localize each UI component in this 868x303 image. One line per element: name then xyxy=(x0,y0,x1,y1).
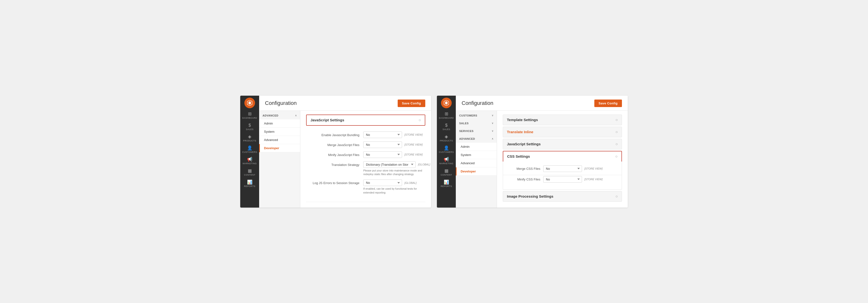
image-processing-title: Image Processing Settings xyxy=(507,194,553,199)
panel-1: ⊞ DASHBOARD $ SALES ◈ PRODUCTS 👤 CUSTOME… xyxy=(240,96,431,208)
left-nav-item-system-2[interactable]: System xyxy=(456,151,497,159)
form-control-merge: No Yes [STORE VIEW] xyxy=(363,142,423,148)
left-nav-header-advanced-2[interactable]: ADVANCED ∧ xyxy=(456,135,497,143)
main-content-2: Configuration Save Config CUSTOMERS ∨ SA… xyxy=(456,96,628,208)
sidebar-item-sales-2[interactable]: $ SALES xyxy=(437,121,456,132)
template-settings-header[interactable]: Template Settings ○ xyxy=(503,115,622,125)
javascript-settings-title: JavaScript Settings xyxy=(310,118,344,122)
left-nav-section-label-advanced: ADVANCED xyxy=(262,114,279,117)
dashboard-icon-2: ⊞ xyxy=(445,112,448,116)
javascript-settings-header[interactable]: JavaScript Settings ○ xyxy=(306,115,425,126)
marketing-icon-2: 📢 xyxy=(444,157,449,161)
sales-icon-2: $ xyxy=(445,123,447,127)
template-settings-title: Template Settings xyxy=(507,118,538,122)
form-control-translation: Dictionary (Translation on Stor [GLOBAL]… xyxy=(363,161,430,176)
css-minify-select[interactable]: No Yes xyxy=(543,176,582,183)
products-icon: ◈ xyxy=(248,134,251,139)
sidebar-1: ⊞ DASHBOARD $ SALES ◈ PRODUCTS 👤 CUSTOME… xyxy=(240,96,259,208)
left-nav-header-sales[interactable]: SALES ∨ xyxy=(456,119,497,127)
left-nav-header-services[interactable]: SERVICES ∨ xyxy=(456,127,497,135)
left-nav-items-advanced: Admin System Advanced Developer xyxy=(259,119,300,152)
css-merge-select[interactable]: No Yes xyxy=(543,165,582,172)
image-processing-collapse-icon: ○ xyxy=(615,194,618,199)
css-form-row-merge: Merge CSS Files No Yes [STORE VIEW] xyxy=(503,165,622,172)
chevron-down-icon-sales: ∨ xyxy=(492,122,494,124)
sidebar-item-dashboard-2[interactable]: ⊞ DASHBOARD xyxy=(437,110,456,121)
form-wrap-translation: Dictionary (Translation on Stor [GLOBAL] xyxy=(363,161,430,168)
chevron-down-icon-customers: ∨ xyxy=(492,114,494,117)
javascript-settings-collapse-icon-2: ○ xyxy=(615,142,618,146)
right-panel-1: JavaScript Settings ○ Enable Javascript … xyxy=(300,111,431,208)
sidebar-item-marketing[interactable]: 📢 MARKETING xyxy=(240,155,259,166)
form-row-bundling: Enable Javascript Bundling No Yes [STORE… xyxy=(306,131,425,138)
sidebar-label-sales: SALES xyxy=(246,128,254,130)
translate-inline-header[interactable]: Translate Inline ○ xyxy=(503,127,622,137)
dashboard-icon: ⊞ xyxy=(248,112,252,116)
css-control-minify: No Yes [STORE VIEW] xyxy=(543,176,602,183)
sidebar-label-products: PRODUCTS xyxy=(243,140,256,142)
minify-scope: [STORE VIEW] xyxy=(404,153,423,156)
reports-icon: 📊 xyxy=(247,180,252,184)
sidebar-label-sales-2: SALES xyxy=(442,128,450,130)
sidebar-item-sales[interactable]: $ SALES xyxy=(240,121,259,132)
log-errors-scope: [GLOBAL] xyxy=(404,181,416,184)
sidebar-item-customers-2[interactable]: 👤 CUSTOMERS xyxy=(437,144,456,155)
form-label-translation: Translation Strategy xyxy=(310,161,363,166)
sales-icon: $ xyxy=(248,123,251,127)
left-nav-section-sales: SALES ∨ xyxy=(456,119,497,127)
save-config-button-1[interactable]: Save Config xyxy=(398,99,425,107)
sidebar-item-reports[interactable]: 📊 REPORTS xyxy=(240,178,259,189)
sidebar-item-products[interactable]: ◈ PRODUCTS xyxy=(240,132,259,144)
sidebar-item-customers[interactable]: 👤 CUSTOMERS xyxy=(240,144,259,155)
translation-select[interactable]: Dictionary (Translation on Stor xyxy=(363,161,415,168)
sidebar-item-marketing-2[interactable]: 📢 MARKETING xyxy=(437,155,456,166)
form-wrap-merge: No Yes [STORE VIEW] xyxy=(363,142,423,148)
sidebar-item-dashboard[interactable]: ⊞ DASHBOARD xyxy=(240,110,259,121)
sidebar-item-reports-2[interactable]: 📊 REPORTS xyxy=(437,178,456,189)
save-config-button-2[interactable]: Save Config xyxy=(594,99,622,107)
left-nav-items-advanced-2: Admin System Advanced Developer xyxy=(456,143,497,176)
left-nav-header-customers[interactable]: CUSTOMERS ∨ xyxy=(456,112,497,119)
left-nav-item-system[interactable]: System xyxy=(259,128,300,136)
sidebar-label-customers-2: CUSTOMERS xyxy=(439,151,454,153)
sidebar-label-content-2: CONTENT xyxy=(441,174,452,176)
bundling-select[interactable]: No Yes xyxy=(363,131,402,138)
css-label-merge: Merge CSS Files xyxy=(507,167,543,171)
page-title-1: Configuration xyxy=(265,100,297,106)
left-nav-item-advanced[interactable]: Advanced xyxy=(259,136,300,144)
left-nav-header-advanced[interactable]: ADVANCED ∧ xyxy=(259,112,300,119)
form-row-translation: Translation Strategy Dictionary (Transla… xyxy=(306,161,425,176)
left-nav-item-developer-2[interactable]: Developer xyxy=(456,168,497,176)
sidebar-label-products-2: PRODUCTS xyxy=(440,140,453,142)
javascript-settings-title-2: JavaScript Settings xyxy=(507,142,540,146)
content-area-2: CUSTOMERS ∨ SALES ∨ SERVICES ∨ xyxy=(456,111,628,208)
sidebar-label-dashboard: DASHBOARD xyxy=(242,117,257,119)
minify-select[interactable]: No Yes xyxy=(363,151,402,158)
form-label-minify: Minify JavaScript Files xyxy=(310,151,363,157)
left-nav-item-developer[interactable]: Developer xyxy=(259,144,300,152)
javascript-settings-header-2[interactable]: JavaScript Settings ○ xyxy=(503,139,622,149)
content-icon-2: ▦ xyxy=(444,169,448,173)
panel-2: ⊞ DASHBOARD $ SALES ◈ PRODUCTS 👤 CUSTOME… xyxy=(437,96,628,208)
form-control-minify: No Yes [STORE VIEW] xyxy=(363,151,423,158)
merge-select[interactable]: No Yes xyxy=(363,142,402,148)
css-label-minify: Minify CSS Files xyxy=(507,178,543,181)
css-form-row-minify: Minify CSS Files No Yes [STORE VIEW] xyxy=(503,176,622,183)
sidebar-label-reports: REPORTS xyxy=(244,185,255,187)
left-nav-item-admin[interactable]: Admin xyxy=(259,119,300,128)
log-errors-select[interactable]: No Yes xyxy=(363,180,402,186)
customers-icon-2: 👤 xyxy=(444,146,449,150)
template-settings-collapse-icon: ○ xyxy=(615,118,618,122)
left-nav-item-advanced-2[interactable]: Advanced xyxy=(456,159,497,168)
css-settings-header[interactable]: CSS Settings ○ xyxy=(503,151,622,161)
form-label-merge: Merge JavaScript Files xyxy=(310,142,363,147)
left-nav-item-admin-2[interactable]: Admin xyxy=(456,143,497,151)
sidebar-item-content-2[interactable]: ▦ CONTENT xyxy=(437,166,456,178)
css-control-merge: No Yes [STORE VIEW] xyxy=(543,165,602,172)
log-errors-hint: If enabled, can be used by functional te… xyxy=(363,187,422,194)
sidebar-item-products-2[interactable]: ◈ PRODUCTS xyxy=(437,132,456,144)
sidebar-item-content[interactable]: ▦ CONTENT xyxy=(240,166,259,178)
image-processing-header[interactable]: Image Processing Settings ○ xyxy=(503,191,622,202)
form-row-merge: Merge JavaScript Files No Yes [STORE VIE… xyxy=(306,142,425,148)
sidebar-2: ⊞ DASHBOARD $ SALES ◈ PRODUCTS 👤 CUSTOME… xyxy=(437,96,456,208)
